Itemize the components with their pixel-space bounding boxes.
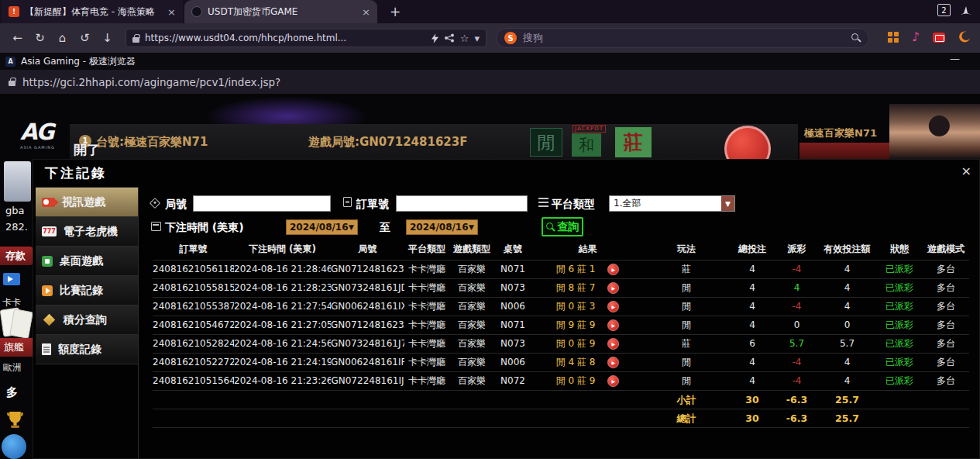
cell-mode: 多台 <box>923 372 969 390</box>
apps-grid-icon[interactable] <box>888 32 899 43</box>
search-bar[interactable]: S 搜狗 <box>496 28 869 48</box>
betting-records-modal: 下注記錄 × 視訊遊戲 電子老虎機 桌面遊戲 比賽記錄 積分查詢 額度記錄 局號… <box>33 159 980 459</box>
asia-gaming-logo: AG ASIA GAMING <box>20 119 67 157</box>
replay-button[interactable]: ▶ <box>607 357 619 368</box>
lobby-game-icon[interactable] <box>2 434 26 459</box>
hall-flagship-tab[interactable]: 旗艦 <box>0 338 34 357</box>
cell-play: 閒 <box>644 279 729 297</box>
ag-address-bar[interactable]: https://gci.2hhapi.com/agingame/pcv1/ind… <box>0 70 980 95</box>
cell-result: 閒 0 莊 9▶ <box>531 335 644 353</box>
replay-button[interactable]: ▶ <box>607 282 619 294</box>
bookmark-star-icon[interactable]: ☆ <box>460 33 469 43</box>
sidebar-item-video-games[interactable]: 視訊遊戲 <box>36 188 138 217</box>
mini-panel-red-strip <box>799 143 890 159</box>
logo-text: AG <box>20 119 53 145</box>
round-number-input[interactable] <box>193 195 331 212</box>
column-header-bet: 總投注 <box>729 240 775 261</box>
match-icon <box>42 285 53 296</box>
replay-button[interactable]: ▶ <box>607 301 619 312</box>
cell-play: 莊 <box>644 335 729 353</box>
url-text[interactable]: https://www.usdt04.com/hhcp/home.html... <box>145 33 426 43</box>
cell-table: N071 <box>494 316 531 334</box>
order-number-input[interactable] <box>396 195 528 212</box>
lightning-icon[interactable] <box>432 33 438 43</box>
date-caret-icon: ▼ <box>469 223 474 231</box>
window-count-badge[interactable]: 2 <box>937 4 951 16</box>
download-icon[interactable]: ↓ <box>96 31 119 45</box>
music-icon[interactable]: ♪ <box>912 31 920 43</box>
replay-button[interactable]: ▶ <box>607 375 619 387</box>
cell-round: GN072248161IJ <box>331 372 404 390</box>
ag-url-text[interactable]: https://gci.2hhapi.com/agingame/pcv1/ind… <box>22 76 280 88</box>
sidebar-item-points-inquiry[interactable]: 積分查詢 <box>36 305 138 335</box>
cell-round: GN006248161IR <box>331 354 404 371</box>
cell-payout: -4 <box>775 372 818 390</box>
bet-player-button[interactable]: 閒 <box>530 128 562 157</box>
sidebar-item-match-records[interactable]: 比賽記錄 <box>36 276 138 305</box>
sidebar-item-slots[interactable]: 電子老虎機 <box>36 217 138 247</box>
search-query-button[interactable]: 查詢 <box>542 217 583 236</box>
cell-table: N073 <box>494 335 531 353</box>
platform-type-select[interactable]: 1.全部 ▼ <box>609 195 735 212</box>
cell-platform: 卡卡灣廳 <box>404 335 449 353</box>
hat-icon[interactable] <box>960 5 972 16</box>
ag-window-titlebar: A Asia Gaming - 极速浏览器 — <box>0 53 980 70</box>
cell-bet: 4 <box>729 261 775 278</box>
close-icon[interactable]: × <box>961 165 971 178</box>
history-icon[interactable]: ↺ <box>74 31 96 45</box>
search-button-label: 查詢 <box>558 220 579 234</box>
video-app-icon[interactable] <box>933 33 945 43</box>
cell-round: GN073248161JD <box>331 279 404 297</box>
deposit-button[interactable]: 存款 <box>0 247 33 265</box>
share-icon[interactable] <box>444 33 455 43</box>
game-header-bar: 1 台號:極速百家樂N71 遊戲局號:GN0712481623F 閒 JACKP… <box>70 124 798 159</box>
bet-records-table: 訂單號下注時間 (美東)局號平台類型遊戲類型桌號結果玩法總投注派彩有效投注額狀態… <box>153 240 969 428</box>
refresh-icon[interactable]: ↻ <box>29 31 51 45</box>
search-engine-label[interactable]: 搜狗 <box>523 31 845 45</box>
calendar-icon <box>151 222 161 231</box>
replay-button[interactable]: ▶ <box>607 338 619 350</box>
new-tab-button[interactable]: + <box>386 2 404 21</box>
select-arrow-icon[interactable]: ▼ <box>721 196 734 211</box>
date-from-picker[interactable]: 2024/08/16 ▼ <box>286 219 358 235</box>
cell-order: 240816210528246 <box>153 335 234 353</box>
cell-order: 240816210553874 <box>153 298 234 316</box>
trophy-icon[interactable] <box>5 409 26 433</box>
date-to-picker[interactable]: 2024/08/16 ▼ <box>406 219 478 235</box>
cell-status: 已派彩 <box>876 335 923 353</box>
cell-round: GN0712481623E <box>331 261 404 278</box>
minimize-button[interactable]: — <box>950 53 960 64</box>
night-mode-icon[interactable] <box>958 31 971 43</box>
video-lobby-icon[interactable] <box>3 273 20 285</box>
cell-mode: 多台 <box>923 354 969 371</box>
cell-table: N006 <box>494 298 531 316</box>
avatar <box>4 161 31 202</box>
browser-tab-usdt-active[interactable]: USDT加密货币GAME × <box>184 0 377 23</box>
cell-order: 240816210522728 <box>153 354 234 371</box>
bet-banker-button[interactable]: 莊 <box>615 127 652 157</box>
sidebar-item-table-games[interactable]: 桌面遊戲 <box>36 247 138 276</box>
sidebar-item-credit-records[interactable]: 額度記錄 <box>36 335 138 364</box>
browser-tab-sports[interactable]: ! 【新提醒】体育电竞 - 海燕策略 × <box>2 0 183 23</box>
hall-europe-label[interactable]: 歐洲 <box>3 361 22 374</box>
sogou-icon: S <box>504 32 517 44</box>
balance-text: 282. <box>5 221 28 233</box>
address-bar[interactable]: https://www.usdt04.com/hhcp/home.html...… <box>126 29 487 47</box>
lock-icon <box>132 37 139 43</box>
home-icon[interactable]: ⌂ <box>51 31 74 45</box>
replay-button[interactable]: ▶ <box>607 264 619 275</box>
tab-close-icon[interactable]: × <box>362 6 370 18</box>
multi-table-label[interactable]: 多 <box>6 385 18 400</box>
date-from-value: 2024/08/16 <box>290 222 349 233</box>
column-header-order: 訂單號 <box>153 240 234 261</box>
cell-round: GN006248161IX <box>331 298 404 316</box>
bet-tie-button[interactable]: 和 <box>572 133 601 157</box>
table-row: 2408162105538742024-08-16 21:27:54GN0062… <box>153 298 969 316</box>
back-icon[interactable]: ← <box>6 31 29 45</box>
search-magnifier-icon[interactable] <box>851 33 861 43</box>
order-doc-icon <box>343 197 352 207</box>
chevron-down-icon[interactable]: ▾ <box>474 33 480 43</box>
cell-time: 2024-08-16 21:27:54 <box>234 298 331 316</box>
tab-close-icon[interactable]: × <box>167 6 176 18</box>
replay-button[interactable]: ▶ <box>607 319 619 331</box>
